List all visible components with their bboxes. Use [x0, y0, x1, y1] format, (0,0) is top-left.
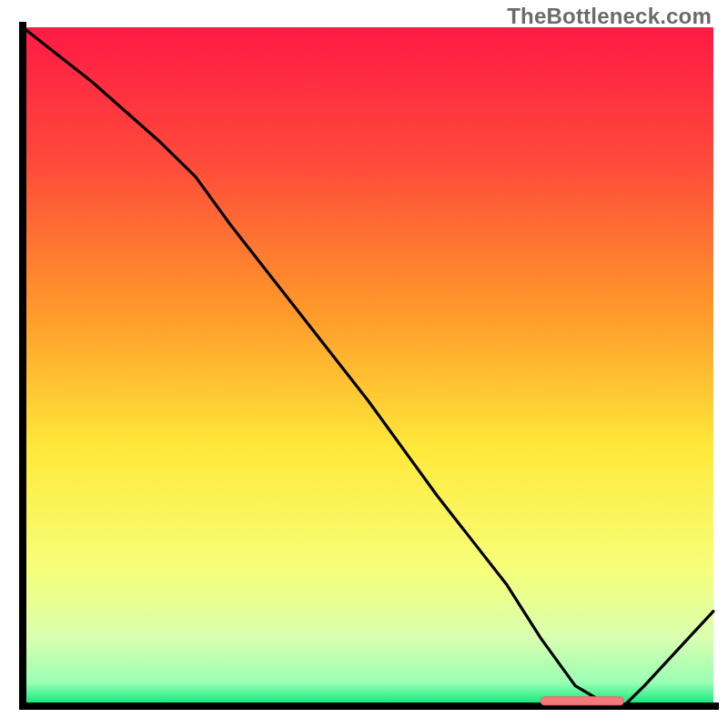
bottleneck-chart [0, 0, 728, 728]
optimum-marker [541, 697, 623, 705]
plot-gradient-background [23, 27, 713, 706]
chart-stage: TheBottleneck.com [0, 0, 728, 728]
